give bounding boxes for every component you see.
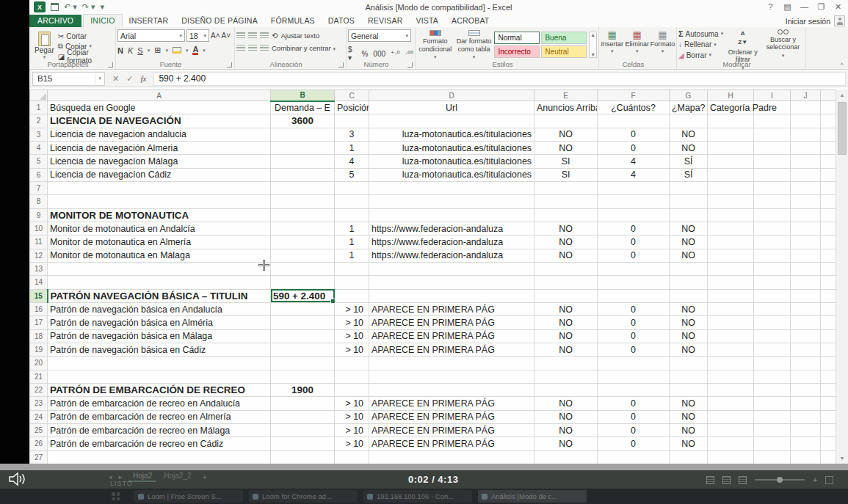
alignment-dialog-launcher-icon[interactable]: [338, 62, 344, 67]
cell-G6[interactable]: SÍ: [670, 168, 708, 181]
autosum-button[interactable]: ΣAutosuma▾: [678, 29, 723, 38]
cell-C17[interactable]: > 10: [335, 316, 369, 329]
font-color-icon[interactable]: A: [192, 45, 198, 55]
cell-D19[interactable]: APARECE EN PRIMERA PÁG: [369, 343, 534, 356]
cell-F26[interactable]: 0: [598, 437, 670, 450]
cell-K11[interactable]: [821, 235, 836, 249]
cell-E24[interactable]: NO: [534, 410, 598, 423]
cell-D13[interactable]: [369, 262, 534, 275]
cell-D10[interactable]: https://www.federacion-andaluza: [369, 222, 534, 235]
cell-C1[interactable]: Posición: [335, 101, 369, 114]
cell-E9[interactable]: [534, 208, 598, 222]
cell-H23[interactable]: [708, 397, 754, 410]
cell-J22[interactable]: [791, 383, 821, 396]
cell-G4[interactable]: NO: [670, 141, 708, 154]
cell-F3[interactable]: 0: [598, 128, 670, 141]
cell-H4[interactable]: [708, 141, 754, 154]
cell-A15[interactable]: PATRÓN NAVEGACIÓN BÁSICA – TITULIN: [48, 289, 271, 302]
cell-E5[interactable]: SI: [534, 155, 598, 168]
cell-K3[interactable]: [821, 128, 836, 141]
cell-C13[interactable]: [335, 262, 369, 275]
cell-K8[interactable]: [821, 195, 836, 208]
cell-D22[interactable]: [369, 383, 534, 396]
cell-D15[interactable]: [369, 289, 534, 302]
column-header-c[interactable]: C: [335, 90, 369, 101]
cell-E8[interactable]: [534, 195, 598, 208]
cell-I7[interactable]: [754, 181, 791, 194]
cell-style-buena[interactable]: Buena: [541, 32, 587, 44]
volume-slider[interactable]: [755, 479, 805, 481]
cell-G18[interactable]: NO: [670, 329, 708, 343]
cell-I16[interactable]: [754, 302, 791, 315]
cell-K16[interactable]: [821, 302, 836, 315]
cell-G20[interactable]: [670, 357, 708, 370]
cell-B16[interactable]: [271, 302, 335, 315]
formula-input[interactable]: 590 + 2.400: [153, 72, 846, 86]
cell-F6[interactable]: 4: [598, 168, 670, 181]
cell-B5[interactable]: [271, 155, 335, 168]
find-select-button[interactable]: Buscar y seleccionar▾: [762, 29, 804, 60]
cell-D23[interactable]: APARECE EN PRIMERA PÁG: [369, 397, 534, 410]
cell-J3[interactable]: [791, 128, 821, 141]
cell-C26[interactable]: > 10: [335, 437, 369, 450]
row-header-14[interactable]: 14: [30, 276, 48, 289]
cell-J18[interactable]: [791, 329, 821, 343]
sign-in[interactable]: Iniciar sesión: [786, 15, 845, 26]
taskbar-item-3[interactable]: 192.168.100.106 - Con...: [363, 490, 472, 503]
insert-cells-button[interactable]: ▦ Insertar▾: [601, 30, 623, 60]
row-header-17[interactable]: 17: [30, 316, 48, 329]
cell-C19[interactable]: > 10: [335, 343, 369, 356]
cell-F27[interactable]: [598, 450, 670, 464]
cell-J5[interactable]: [791, 155, 821, 168]
cut-button[interactable]: ✂Cortar: [58, 32, 114, 40]
column-header-g[interactable]: G: [670, 90, 708, 101]
cell-B19[interactable]: [271, 343, 335, 356]
cell-E14[interactable]: [534, 276, 598, 289]
cell-J20[interactable]: [791, 357, 821, 370]
fill-color-icon[interactable]: [173, 47, 181, 54]
cell-F14[interactable]: [598, 276, 670, 289]
cell-E21[interactable]: [534, 370, 598, 383]
row-header-23[interactable]: 23: [30, 397, 48, 410]
cell-K9[interactable]: [821, 208, 836, 222]
cell-J10[interactable]: [791, 222, 821, 235]
cell-F20[interactable]: [598, 357, 670, 370]
cell-F4[interactable]: 0: [598, 141, 670, 154]
cell-C6[interactable]: 5: [335, 168, 369, 181]
cell-C10[interactable]: 1: [335, 222, 369, 235]
help-icon[interactable]: ?: [762, 0, 779, 13]
font-dialog-launcher-icon[interactable]: [227, 62, 232, 67]
row-header-18[interactable]: 18: [30, 329, 48, 343]
tab-insertar[interactable]: INSERTAR: [123, 15, 175, 27]
row-header-3[interactable]: 3: [30, 128, 48, 141]
cell-F13[interactable]: [598, 262, 670, 275]
cell-D21[interactable]: [369, 370, 534, 383]
cell-K24[interactable]: [821, 410, 836, 423]
cell-A20[interactable]: [48, 357, 271, 370]
cell-H5[interactable]: [708, 155, 754, 168]
paste-dropdown-icon[interactable]: ▾: [43, 54, 46, 60]
cell-H1[interactable]: Categoría Padre: [708, 101, 754, 114]
align-left-icon[interactable]: [236, 45, 245, 51]
cell-C23[interactable]: > 10: [335, 397, 369, 410]
row-header-22[interactable]: 22: [30, 383, 48, 396]
cell-G27[interactable]: [670, 450, 708, 464]
row-header-15[interactable]: 15: [30, 289, 48, 302]
cell-I22[interactable]: [754, 383, 791, 396]
cell-B20[interactable]: [271, 357, 335, 370]
cell-C7[interactable]: [335, 181, 369, 194]
cell-J13[interactable]: [791, 262, 821, 275]
vertical-scrollbar[interactable]: ▲ ▼: [836, 90, 848, 464]
cell-F25[interactable]: 0: [598, 423, 670, 437]
cell-G8[interactable]: [670, 195, 708, 208]
cell-C3[interactable]: 3: [335, 128, 369, 141]
cell-C15[interactable]: [335, 289, 369, 302]
cell-G3[interactable]: NO: [670, 128, 708, 141]
cell-H27[interactable]: [708, 450, 754, 464]
cell-A2[interactable]: LICENCIA DE NAVEGACIÓN: [48, 114, 271, 128]
cell-G21[interactable]: [670, 370, 708, 383]
tab-revisar[interactable]: REVISAR: [361, 15, 410, 27]
paste-button[interactable]: Pegar ▾: [31, 29, 58, 60]
ribbon-display-options-icon[interactable]: ▤: [779, 0, 796, 13]
name-box[interactable]: B15 ▾: [32, 72, 105, 86]
